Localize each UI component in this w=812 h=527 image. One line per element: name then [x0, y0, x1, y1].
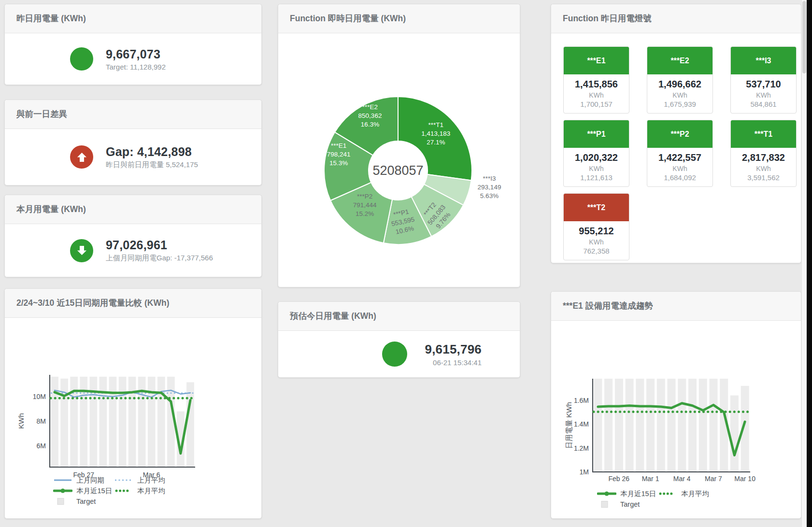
vertical-scrollbar[interactable] [801, 0, 807, 527]
legend-label: 本月近15日 [76, 486, 112, 496]
y-tick-label: 1.2M [574, 444, 589, 452]
tile-value: 955,212 [564, 226, 629, 237]
x-tick-label: Mar 7 [705, 475, 722, 483]
y-tick-label: 6M [37, 442, 46, 450]
stat-subtext: 上個月同期用電Gap: -17,377,566 [106, 254, 213, 263]
panel-title: 與前一日差異 [5, 100, 261, 129]
panel-15day-compare-chart: 2/24~3/10 近15日同期用電量比較 (KWh) 6M8M10MFeb 2… [4, 288, 262, 519]
status-circle-icon [382, 342, 407, 367]
target-bar [668, 379, 676, 472]
legend-label: 本月平均 [137, 486, 165, 496]
tile-value: 2,817,832 [731, 152, 796, 163]
legend-label: 本月近15日 [620, 489, 656, 499]
legend-item[interactable]: Target [597, 500, 658, 508]
tile-target: 1,121,613 [564, 173, 629, 182]
tile-unit: KWh [564, 165, 629, 172]
status-tile-P1: ***P11,020,322KWh1,121,613 [563, 120, 629, 187]
arrow-up-icon [70, 145, 93, 169]
legend-item[interactable]: 本月平均 [114, 486, 175, 496]
legend-swatch-green-thick [597, 490, 616, 497]
panel-title: Function 昨日用電燈號 [551, 4, 801, 33]
tile-status-header: ***P2 [647, 120, 712, 148]
tile-value: 537,710 [731, 79, 796, 90]
target-bar [646, 379, 655, 472]
panel-title: 本月用電量 (KWh) [5, 195, 261, 224]
panel-status-lights: Function 昨日用電燈號 ***E11,415,856KWh1,700,1… [551, 4, 801, 263]
x-tick-label: Mar 10 [734, 475, 755, 483]
target-bar [148, 377, 156, 467]
x-tick-label: Mar 4 [673, 475, 691, 483]
tile-target: 762,358 [564, 247, 629, 255]
tile-value: 1,422,557 [647, 152, 712, 163]
target-bar [100, 377, 107, 467]
y-tick-label: 8M [37, 417, 46, 425]
compare-chart-legend: 上月同期上月平均本月近15日本月平均Target [53, 475, 175, 507]
screen-edge-strip [807, 0, 812, 527]
target-bar [157, 377, 165, 467]
target-bar [604, 379, 613, 472]
legend-label: 本月平均 [681, 489, 709, 499]
target-bar [128, 377, 136, 467]
target-bar [186, 382, 194, 467]
stat-value: Gap: 4,142,898 [106, 145, 198, 159]
stat-value: 9,615,796 [420, 342, 482, 357]
tile-value: 1,415,856 [564, 79, 629, 90]
arrow-down-icon [70, 239, 93, 262]
tile-status-header: ***P1 [564, 120, 629, 148]
status-tile-T2: ***T2955,212KWh762,358 [563, 193, 629, 260]
status-tile-P2: ***P21,422,557KWh1,684,092 [647, 120, 713, 187]
stat-subtext: 昨日與前日用電量 5,524,175 [106, 160, 198, 170]
tile-unit: KWh [731, 91, 796, 99]
legend-label: 上月同期 [76, 476, 104, 485]
stat-row: 9,615,796 06-21 15:34:41 [382, 331, 520, 377]
stat-timestamp: 06-21 15:34:41 [420, 358, 482, 367]
y-tick-label: 10M [33, 393, 46, 400]
tile-unit: KWh [647, 165, 712, 172]
target-bar [109, 377, 117, 467]
status-tile-T1: ***T12,817,832KWh3,591,562 [730, 120, 797, 187]
trend-chart: 1M1.2M1.4M1.6MFeb 26Mar 1Mar 4Mar 7Mar 1… [551, 320, 801, 486]
legend-item[interactable]: 上月同期 [53, 476, 114, 485]
stat-row: 9,667,073 Target: 11,128,992 [70, 33, 261, 85]
legend-swatch-green-thick [53, 487, 72, 494]
panel-title: 昨日用電量 (KWh) [5, 4, 261, 33]
scrollbar-thumb[interactable] [802, 1, 806, 73]
legend-swatch-gray-box [53, 498, 72, 505]
legend-item[interactable]: 本月近15日 [597, 489, 658, 499]
status-circle-icon [70, 47, 93, 71]
donut-slice-label: ***I3293,1495.63% [478, 175, 501, 199]
target-bar [688, 379, 697, 472]
target-bar [626, 379, 634, 472]
panel-realtime-donut: Function 即時日用電量 (KWh) ***T11,413,18327.1… [278, 4, 520, 287]
target-bar [710, 379, 718, 472]
tile-target: 1,675,939 [647, 100, 712, 108]
tile-target: 1,684,092 [647, 173, 712, 182]
legend-item[interactable]: 本月近15日 [53, 486, 114, 496]
stat-row: 97,026,961 上個月同期用電Gap: -17,377,566 [70, 224, 261, 277]
panel-e1-trend-chart: ***E1 設備用電達成趨勢 1M1.2M1.4M1.6MFeb 26Mar 1… [551, 291, 801, 519]
target-bar [699, 379, 707, 472]
target-bar [119, 377, 127, 467]
legend-swatch-blue-line [53, 477, 72, 484]
legend-item[interactable]: 上月平均 [114, 476, 175, 485]
legend-swatch-green-dots [114, 487, 133, 494]
tile-target: 584,861 [731, 100, 796, 108]
stat-value: 97,026,961 [106, 238, 213, 252]
legend-item[interactable]: Target [53, 498, 114, 505]
status-tile-grid: ***E11,415,856KWh1,700,157***E21,496,662… [551, 33, 801, 260]
y-tick-label: 1M [580, 468, 589, 476]
tile-target: 3,591,562 [731, 173, 796, 182]
legend-label: Target [620, 500, 640, 508]
compare-chart: 6M8M10MFeb 27Mar 6KWh [5, 317, 261, 482]
tile-status-header: ***I3 [731, 47, 796, 74]
panel-yesterday-usage: 昨日用電量 (KWh) 9,667,073 Target: 11,128,992 [4, 4, 262, 85]
panel-title: 2/24~3/10 近15日同期用電量比較 (KWh) [5, 289, 261, 318]
tile-value: 1,496,662 [647, 79, 712, 90]
legend-item[interactable]: 本月平均 [658, 489, 719, 499]
y-axis-title: 日用電量 KWh [565, 402, 573, 449]
panel-month-usage: 本月用電量 (KWh) 97,026,961 上個月同期用電Gap: -17,3… [4, 195, 262, 277]
status-tile-I3: ***I3537,710KWh584,861 [730, 46, 797, 114]
legend-swatch-blue-dash [114, 477, 133, 484]
target-bar [730, 396, 739, 472]
status-tile-E1: ***E11,415,856KWh1,700,157 [563, 46, 629, 114]
